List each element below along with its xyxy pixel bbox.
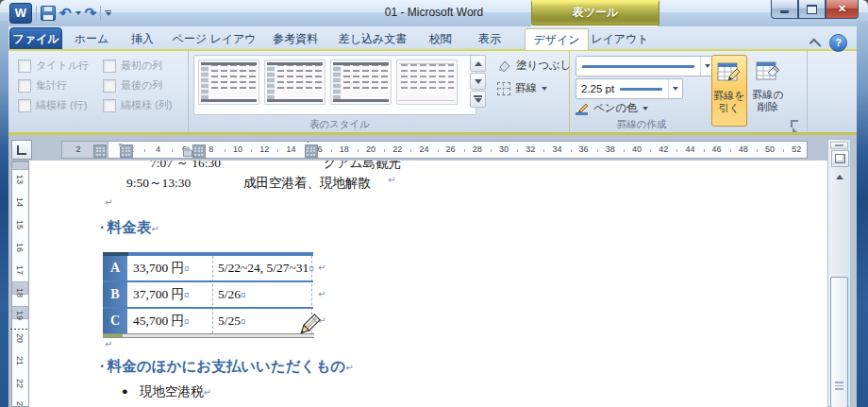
- checkbox-first-column[interactable]: 最初の列: [103, 59, 162, 73]
- heading-bullet: ▪: [101, 223, 104, 231]
- checkbox-label: 縞模様 (行): [36, 98, 87, 112]
- table-dates-cell[interactable]: 5/25¤: [218, 309, 246, 333]
- line-style-combo[interactable]: [576, 56, 715, 76]
- checkbox-header-row[interactable]: タイトル行: [18, 59, 89, 73]
- gallery-scroll-up-button[interactable]: [470, 55, 486, 72]
- split-handle[interactable]: [830, 142, 848, 149]
- tab-layout[interactable]: レイアウト: [591, 28, 649, 49]
- ruler-number: 28: [473, 144, 482, 154]
- scroll-up-button[interactable]: [831, 170, 847, 183]
- word-window: W ↶ ↷ 01 - Microsoft Word 表ツール ✕ ファイルホーム…: [0, 0, 868, 407]
- checkbox-icon: [18, 59, 31, 73]
- table-price-cell[interactable]: 45,700 円¤: [133, 309, 190, 333]
- checkbox-icon: [103, 59, 116, 73]
- table-price-cell[interactable]: 37,700 円¤: [133, 282, 190, 307]
- checkbox-icon: [103, 99, 116, 112]
- checkbox-total-row[interactable]: 集計行: [18, 78, 67, 93]
- ruler-number: 22: [392, 144, 402, 154]
- tab-mailings[interactable]: 差し込み文書: [332, 28, 413, 49]
- table-column-marker[interactable]: [93, 144, 107, 158]
- paragraph-mark: ↵: [105, 197, 112, 208]
- table-row-label-cell[interactable]: B: [103, 282, 127, 307]
- tab-view[interactable]: 表示: [468, 28, 511, 49]
- ruler-number: 50: [765, 144, 775, 154]
- eraser-button[interactable]: 罫線の 削除: [750, 55, 786, 127]
- h-ruler: 2468101214161820222426283032343638404244…: [61, 141, 808, 159]
- draw-table-pencil-cursor: [294, 312, 323, 340]
- price-table[interactable]: A33,700 円¤5/22~24, 5/27~31¤↵B37,700 円¤5/…: [103, 252, 313, 333]
- borders-button[interactable]: 罫線: [493, 79, 551, 97]
- pen-color-icon: [576, 102, 589, 115]
- pen-color-label: ペンの色: [593, 101, 638, 115]
- table-column-marker[interactable]: [305, 144, 318, 158]
- collapse-ribbon-icon[interactable]: [810, 39, 822, 51]
- table-styles-gallery: [193, 55, 476, 115]
- paragraph-mark: ↵: [204, 387, 211, 398]
- shading-button[interactable]: 塗りつぶし: [493, 57, 586, 75]
- tab-design[interactable]: デザイン: [525, 28, 589, 50]
- ruler-toggle-button[interactable]: [831, 150, 849, 167]
- document-page[interactable]: 7:07 ～ 16:30 グアム島観光 9:50～13:30 成田空港着、現地解…: [29, 161, 835, 407]
- line-weight-combo[interactable]: 2.25 pt: [576, 78, 683, 99]
- minimize-button[interactable]: [771, 0, 798, 19]
- heading-extra-fees: 料金のほかにお支払いいただくもの: [108, 358, 345, 374]
- table-row[interactable]: B37,700 円¤5/26¤↵: [103, 282, 313, 307]
- maximize-button[interactable]: [798, 0, 826, 19]
- tab-file[interactable]: ファイル: [9, 27, 62, 50]
- close-icon: ✕: [838, 3, 846, 15]
- checkbox-last-column[interactable]: 最後の列: [103, 78, 162, 93]
- tab-page-layout[interactable]: ページ レイアウト: [170, 28, 259, 49]
- tab-references[interactable]: 参考資料: [264, 28, 326, 49]
- eraser-icon: [756, 60, 780, 83]
- checkbox-banded-rows[interactable]: 縞模様 (行): [18, 98, 87, 112]
- tab-insert[interactable]: 挿入: [121, 28, 164, 49]
- gallery-scroll-down-button[interactable]: [470, 73, 486, 90]
- ruler-number: 36: [579, 144, 589, 154]
- close-button[interactable]: ✕: [826, 0, 859, 19]
- ruler-number: 23: [15, 401, 25, 407]
- tab-home[interactable]: ホーム: [68, 28, 115, 49]
- draw-table-icon: [717, 61, 742, 84]
- v-ruler: 1314151617181920212223: [11, 161, 29, 407]
- table-style-thumbnail[interactable]: [396, 59, 458, 105]
- gallery-more-button[interactable]: [470, 91, 486, 108]
- tab-selector-button[interactable]: [11, 140, 32, 160]
- ruler-number: 15: [15, 220, 25, 229]
- table-style-thumbnail[interactable]: [198, 59, 259, 105]
- line-style-sample: [582, 65, 694, 68]
- table-style-thumbnail[interactable]: [264, 59, 326, 105]
- table-dates-cell[interactable]: 5/22~24, 5/27~31¤: [218, 256, 314, 280]
- scrollbar-thumb[interactable]: [830, 277, 848, 407]
- ruler-tick: [571, 149, 572, 152]
- table-style-thumbnail[interactable]: [330, 59, 392, 105]
- first-line-indent-marker[interactable]: ▼: [117, 142, 125, 150]
- paragraph-mark: ↵: [105, 339, 112, 349]
- table-row[interactable]: A33,700 円¤5/22~24, 5/27~31¤↵: [103, 256, 313, 280]
- table-row-label-cell[interactable]: C: [103, 309, 127, 333]
- vertical-scrollbar[interactable]: [827, 139, 851, 407]
- draw-table-button[interactable]: 罫線を 引く: [711, 55, 747, 127]
- dialog-launcher-icon[interactable]: [790, 119, 801, 130]
- checkbox-banded-columns[interactable]: 縞模様 (列): [103, 98, 172, 112]
- ruler-number: 30: [499, 144, 509, 154]
- left-indent-marker[interactable]: [183, 150, 192, 157]
- ruler-tick: [464, 149, 465, 152]
- ruler-tick: [225, 149, 225, 152]
- help-button[interactable]: ?: [829, 34, 847, 52]
- draw-table-label: 罫線を: [713, 90, 744, 102]
- tab-review[interactable]: 校閲: [419, 28, 462, 49]
- table-row-label-cell[interactable]: A: [103, 256, 127, 280]
- window-frame-right: [857, 21, 868, 407]
- title-bar[interactable]: W ↶ ↷ 01 - Microsoft Word: [0, 0, 868, 26]
- ruler-tick: [410, 149, 411, 152]
- shading-label: 塗りつぶし: [516, 59, 572, 73]
- table-dates-cell[interactable]: 5/26¤: [218, 282, 246, 307]
- pen-color-button[interactable]: ペンの色: [576, 101, 648, 115]
- paint-bucket-icon: [497, 59, 511, 73]
- minimize-icon: [780, 10, 789, 13]
- border-being-drawn: [103, 333, 314, 338]
- checkbox-icon: [18, 99, 31, 112]
- table-row[interactable]: C45,700 円¤5/25¤↵: [103, 309, 313, 333]
- table-price-cell[interactable]: 33,700 円¤: [133, 256, 190, 280]
- table-column-marker[interactable]: [192, 144, 206, 158]
